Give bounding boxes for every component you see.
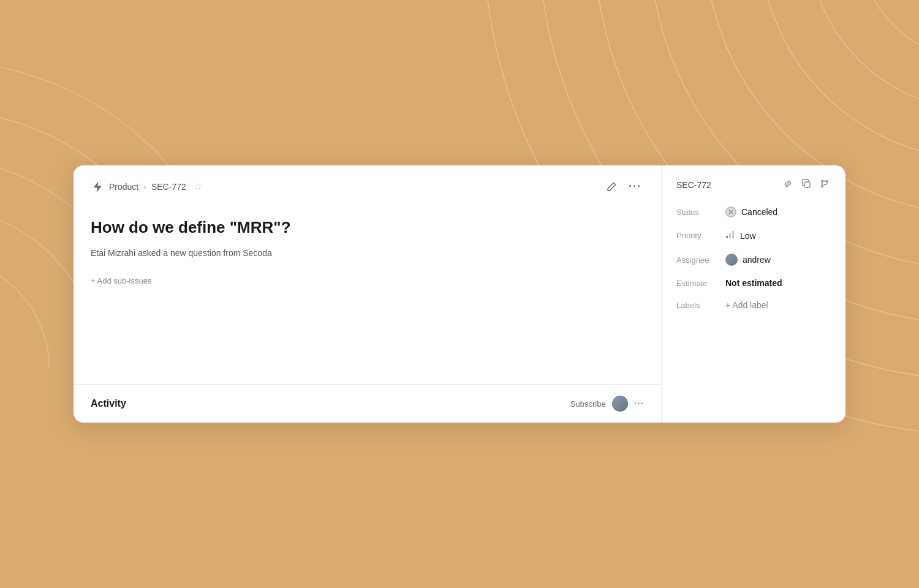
right-panel-id: SEC-772 — [676, 180, 711, 190]
breadcrumb-parent: Product — [109, 182, 138, 192]
assignee-name: andrew — [743, 255, 771, 265]
subscribe-button[interactable]: Subscribe — [570, 399, 606, 409]
activity-bar: Activity Subscribe ··· — [74, 385, 661, 423]
status-label: Status — [676, 208, 725, 217]
assignee-value[interactable]: andrew — [725, 254, 771, 266]
svg-point-0 — [858, 0, 919, 61]
add-label-button[interactable]: + Add label — [725, 300, 768, 310]
avatar — [612, 396, 628, 412]
estimate-value[interactable]: Not estimated — [725, 278, 782, 288]
main-card: Product › SEC-772 ☆ ··· How do we define… — [74, 165, 845, 423]
breadcrumb-bar: Product › SEC-772 ☆ ··· — [74, 165, 661, 205]
activity-title: Activity — [91, 398, 126, 409]
issue-title: How do we define "MRR"? — [91, 217, 644, 238]
svg-rect-17 — [726, 236, 728, 238]
activity-more-button[interactable]: ··· — [634, 398, 644, 409]
star-icon[interactable]: ☆ — [194, 181, 202, 192]
link-button[interactable] — [782, 178, 794, 192]
breadcrumb-left: Product › SEC-772 ☆ — [91, 180, 202, 194]
estimate-text: Not estimated — [725, 278, 782, 288]
svg-rect-13 — [804, 182, 810, 187]
priority-value[interactable]: Low — [725, 230, 756, 241]
estimate-label: Estimate — [676, 279, 725, 288]
activity-more-icon: ··· — [634, 398, 644, 409]
svg-rect-19 — [732, 231, 734, 238]
branch-button[interactable] — [819, 178, 831, 192]
labels-value: + Add label — [725, 300, 768, 310]
estimate-row: Estimate Not estimated — [676, 278, 831, 288]
breadcrumb-separator: › — [143, 182, 146, 192]
svg-point-1 — [809, 0, 919, 110]
svg-point-2 — [760, 0, 919, 159]
priority-row: Priority Low — [676, 230, 831, 241]
priority-label: Priority — [676, 231, 725, 240]
status-text: Canceled — [741, 207, 777, 217]
copy-button[interactable] — [800, 178, 812, 192]
activity-right: Subscribe ··· — [570, 396, 644, 412]
status-row: Status Canceled — [676, 206, 831, 217]
priority-icon — [725, 230, 735, 241]
status-value[interactable]: Canceled — [725, 206, 777, 217]
left-panel: Product › SEC-772 ☆ ··· How do we define… — [74, 165, 662, 423]
svg-rect-18 — [729, 233, 731, 238]
svg-point-8 — [0, 257, 49, 368]
content-area: How do we define "MRR"? Etai Mizrahi ask… — [74, 205, 661, 372]
assignee-label: Assignee — [676, 255, 725, 265]
issue-description: Etai Mizrahi asked a new question from S… — [91, 248, 644, 258]
add-sub-issues-button[interactable]: + Add sub-issues — [91, 276, 151, 285]
breadcrumb-id: SEC-772 — [151, 182, 186, 192]
right-panel-actions — [782, 178, 831, 192]
right-panel: SEC-772 — [662, 165, 845, 423]
edit-button[interactable] — [605, 179, 619, 194]
right-header: SEC-772 — [676, 178, 831, 192]
status-icon — [725, 206, 736, 217]
assignee-avatar — [725, 254, 738, 266]
breadcrumb-actions: ··· — [605, 178, 644, 195]
priority-text: Low — [740, 231, 756, 241]
more-options-button[interactable]: ··· — [626, 178, 644, 195]
labels-row: Labels + Add label — [676, 300, 831, 310]
assignee-row: Assignee andrew — [676, 254, 831, 266]
avatar-image — [612, 396, 628, 412]
labels-label: Labels — [676, 301, 725, 310]
lightning-icon — [91, 180, 104, 194]
